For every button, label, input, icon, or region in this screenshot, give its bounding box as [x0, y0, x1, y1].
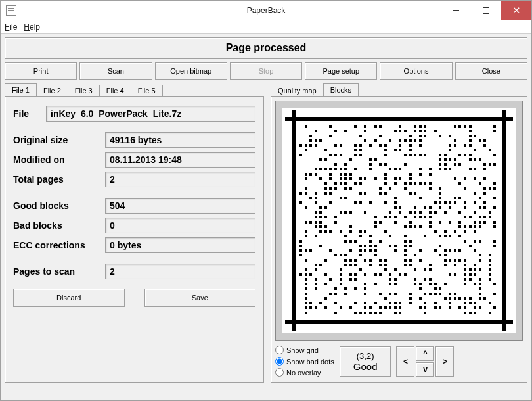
status-banner: Page processed — [5, 37, 527, 59]
file-value: inKey_6.0_PowerPack_Lite.7z — [46, 106, 255, 122]
nav-up-button[interactable]: ^ — [416, 346, 434, 361]
file-label: File — [13, 108, 46, 119]
print-button[interactable]: Print — [5, 62, 77, 80]
coord-box: (3,2) Good — [340, 346, 391, 377]
page-setup-button[interactable]: Page setup — [305, 62, 377, 80]
menu-file[interactable]: File — [5, 22, 17, 32]
tab-file-1[interactable]: File 1 — [5, 83, 37, 96]
tab-quality-map[interactable]: Quality map — [271, 85, 324, 96]
bad-blocks-value: 0 — [105, 218, 255, 233]
bad-blocks-label: Bad blocks — [13, 220, 105, 231]
nav-buttons: < ^ > v — [396, 346, 454, 377]
good-blocks-label: Good blocks — [13, 200, 105, 211]
view-tabs: Quality map Blocks — [271, 83, 527, 96]
app-window: PaperBack ✕ File Help Page processed Pri… — [0, 0, 532, 401]
original-size-value: 49116 bytes — [105, 132, 255, 148]
close-button[interactable]: Close — [455, 62, 527, 80]
original-size-label: Original size — [13, 135, 105, 145]
options-button[interactable]: Options — [380, 62, 452, 80]
window-title: PaperBack — [247, 6, 286, 15]
tab-file-2[interactable]: File 2 — [36, 85, 68, 96]
ecc-corrections-label: ECC corrections — [13, 240, 105, 250]
pages-to-scan-value: 2 — [105, 264, 255, 279]
radio-show-bad-dots[interactable]: Show bad dots — [275, 357, 334, 366]
menu-help[interactable]: Help — [24, 22, 40, 32]
tab-file-5[interactable]: File 5 — [131, 85, 163, 96]
file-tabs: File 1 File 2 File 3 File 4 File 5 — [5, 83, 264, 96]
blocks-pattern[interactable] — [282, 108, 516, 333]
radio-show-grid[interactable]: Show grid — [275, 346, 334, 354]
scan-button[interactable]: Scan — [79, 62, 152, 80]
coord-status: Good — [353, 361, 378, 372]
ecc-corrections-value: 0 bytes — [105, 237, 255, 253]
document-icon — [6, 5, 16, 16]
close-window-button[interactable]: ✕ — [501, 1, 531, 20]
good-blocks-value: 504 — [105, 198, 255, 214]
titlebar: PaperBack ✕ — [1, 1, 531, 20]
modified-on-label: Modified on — [13, 154, 105, 165]
modified-on-value: 08.11.2013 19:48 — [105, 152, 255, 168]
open-bitmap-button[interactable]: Open bitmap — [155, 62, 227, 80]
nav-right-button[interactable]: > — [435, 346, 454, 377]
toolbar: Print Scan Open bitmap Stop Page setup O… — [5, 62, 527, 80]
right-pane: Quality map Blocks — [271, 83, 527, 383]
coord-value: (3,2) — [353, 351, 378, 361]
nav-left-button[interactable]: < — [396, 346, 414, 377]
radio-no-overlay[interactable]: No overlay — [275, 368, 334, 377]
save-button[interactable]: Save — [144, 289, 256, 307]
menubar: File Help — [1, 20, 531, 34]
tab-file-3[interactable]: File 3 — [68, 85, 100, 96]
pages-to-scan-label: Pages to scan — [13, 266, 105, 277]
nav-down-button[interactable]: v — [416, 362, 434, 377]
tab-file-4[interactable]: File 4 — [99, 85, 131, 96]
left-pane: File 1 File 2 File 3 File 4 File 5 File … — [5, 83, 264, 383]
total-pages-label: Total pages — [13, 174, 105, 185]
overlay-radio-group: Show grid Show bad dots No overlay — [275, 344, 334, 378]
maximize-button[interactable] — [471, 1, 501, 20]
discard-button[interactable]: Discard — [13, 289, 125, 307]
minimize-button[interactable] — [441, 1, 471, 20]
total-pages-value: 2 — [105, 172, 255, 187]
tab-blocks[interactable]: Blocks — [323, 83, 359, 96]
status-text: Page processed — [226, 42, 307, 53]
stop-button: Stop — [230, 62, 302, 80]
blocks-canvas — [275, 101, 523, 341]
